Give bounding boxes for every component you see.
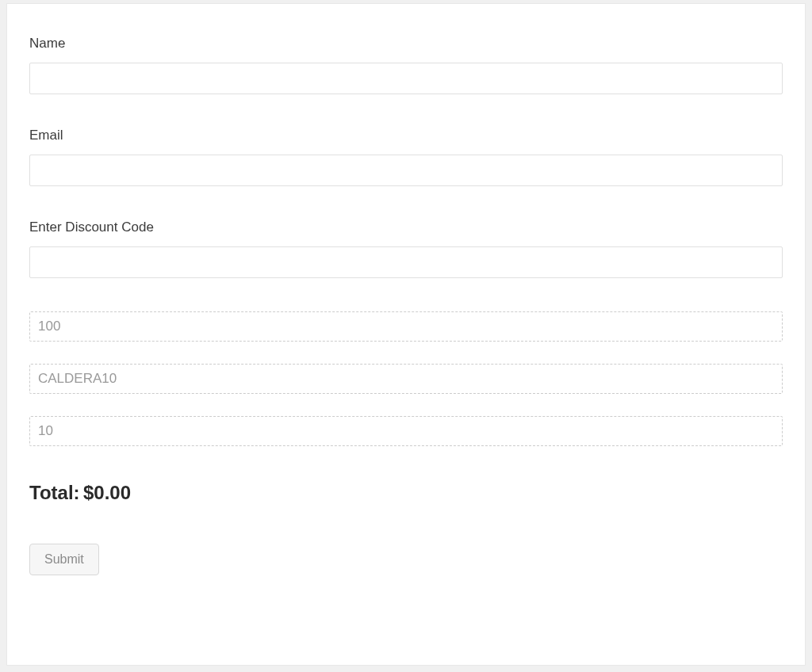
hidden-percent-group: 10 [29, 416, 783, 446]
form-container: Name Email Enter Discount Code 100 CALDE… [6, 3, 806, 666]
hidden-amount-field: 100 [29, 311, 783, 342]
discount-label: Enter Discount Code [29, 220, 783, 235]
total-value: $0.00 [83, 482, 131, 503]
email-label: Email [29, 128, 783, 143]
discount-field-group: Enter Discount Code [29, 220, 783, 278]
total-section: Total: $0.00 [29, 482, 783, 504]
name-field-group: Name [29, 36, 783, 94]
hidden-code-field: CALDERA10 [29, 364, 783, 394]
hidden-code-group: CALDERA10 [29, 364, 783, 394]
email-field-group: Email [29, 128, 783, 186]
submit-button[interactable]: Submit [29, 544, 99, 575]
name-label: Name [29, 36, 783, 52]
hidden-amount-group: 100 [29, 311, 783, 342]
page-background: Name Email Enter Discount Code 100 CALDE… [0, 0, 812, 672]
name-input[interactable] [29, 63, 783, 94]
discount-input[interactable] [29, 246, 783, 278]
email-input[interactable] [29, 155, 783, 186]
hidden-percent-field: 10 [29, 416, 783, 446]
total-label: Total: [29, 482, 80, 503]
